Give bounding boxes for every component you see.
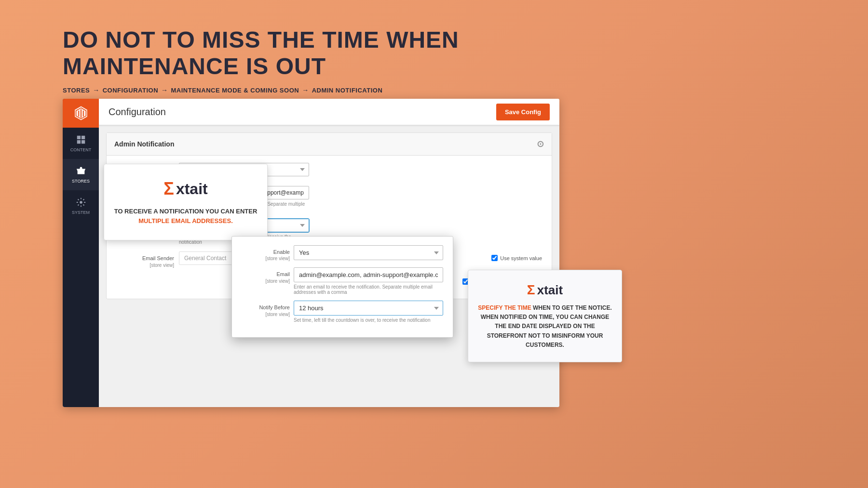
sidebar-item-content[interactable]: CONTENT: [63, 128, 99, 159]
use-system-checkbox-1[interactable]: [491, 255, 498, 261]
magento-logo-icon: [73, 106, 89, 121]
extait-card-left-text: TO RECEIVE A NOTIFICATION YOU CAN ENTER …: [114, 207, 258, 225]
gear-icon: [76, 197, 86, 208]
svg-rect-2: [77, 140, 80, 144]
sidebar-logo: [63, 99, 99, 128]
extait-sigma-icon-right: Σ: [527, 282, 535, 298]
zoom-email-hint: Enter an email to receive the notificati…: [294, 284, 443, 295]
save-config-button[interactable]: Save Config: [496, 104, 550, 120]
breadcrumb: STORES → CONFIGURATION → MAINTENANCE MOD…: [63, 86, 459, 94]
use-system-value-1: Use system value: [491, 251, 542, 261]
svg-rect-1: [81, 136, 84, 139]
page-title-section: DO NOT TO MISS THE TIME WHEN MAINTENANCE…: [63, 26, 459, 94]
extait-logo-left: Σ xtait: [114, 179, 258, 199]
zoom-notify-before-control: 1 hour 2 hours 6 hours 12 hours 24 hours…: [294, 301, 443, 323]
zoom-panel: Enable [store view] Yes No Email [store …: [231, 236, 453, 338]
svg-point-4: [80, 201, 82, 204]
email-sender-label: Email Sender [store view]: [116, 251, 174, 268]
zoom-email-input[interactable]: [294, 267, 443, 282]
svg-rect-0: [77, 136, 80, 139]
extait-logo-right: Σ xtait: [478, 282, 612, 298]
extait-card-right-text: SPECIFY THE TIME WHEN TO GET THE NOTICE.…: [478, 303, 612, 350]
section-header: Admin Notification ⊙: [107, 133, 552, 156]
zoom-email-label: Email [store view]: [242, 267, 290, 284]
page-section-title: Configuration: [108, 106, 166, 118]
extait-card-email: Σ xtait TO RECEIVE A NOTIFICATION YOU CA…: [104, 164, 268, 240]
zoom-email-control: Enter an email to receive the notificati…: [294, 267, 443, 295]
zoom-enable-label: Enable [store view]: [242, 245, 290, 262]
zoom-notify-before-row: Notify Before [store view] 1 hour 2 hour…: [242, 301, 443, 323]
zoom-enable-control: Yes No: [294, 245, 443, 260]
extait-logo-text: xtait: [176, 180, 208, 198]
toggle-icon[interactable]: ⊙: [537, 139, 544, 149]
extait-sigma-icon: Σ: [163, 179, 174, 199]
svg-rect-3: [81, 140, 84, 144]
sidebar: CONTENT STORES SYSTEM: [63, 99, 99, 407]
zoom-enable-select[interactable]: Yes No: [294, 245, 443, 260]
zoom-enable-row: Enable [store view] Yes No: [242, 245, 443, 262]
grid-icon: [76, 134, 86, 145]
store-icon: [76, 166, 86, 176]
zoom-notify-before-hint: Set time, left till the countdown is ove…: [294, 317, 443, 323]
zoom-notify-before-select[interactable]: 1 hour 2 hours 6 hours 12 hours 24 hours…: [294, 301, 443, 316]
top-bar: Configuration Save Config: [99, 99, 559, 125]
main-headline: DO NOT TO MISS THE TIME WHEN MAINTENANCE…: [63, 26, 459, 79]
extait-logo-text-right: xtait: [537, 283, 563, 298]
zoom-notify-before-label: Notify Before [store view]: [242, 301, 290, 317]
zoom-email-row: Email [store view] Enter an email to rec…: [242, 267, 443, 295]
sidebar-item-system[interactable]: SYSTEM: [63, 190, 99, 222]
extait-card-time: Σ xtait SPECIFY THE TIME WHEN TO GET THE…: [468, 270, 622, 362]
sidebar-item-stores[interactable]: STORES: [63, 159, 99, 190]
